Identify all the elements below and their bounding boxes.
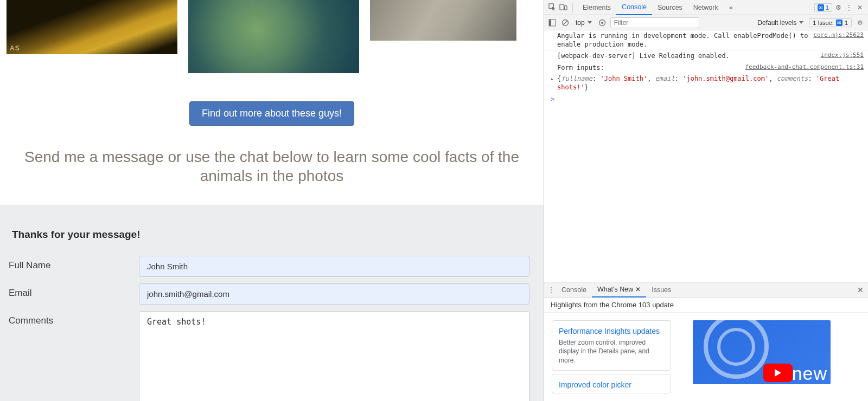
gallery-photo[interactable]	[188, 0, 359, 73]
comments-label: Comments	[9, 311, 139, 326]
context-label: top	[576, 19, 585, 27]
close-tab-icon[interactable]: ✕	[635, 286, 641, 293]
feedback-form: Thanks for your message! Full Name Email…	[0, 205, 544, 401]
chevron-down-icon	[799, 21, 803, 24]
svg-point-8	[601, 22, 603, 24]
log-message: [webpack-dev-server] Live Reloading enab…	[557, 51, 816, 60]
drawer-tab-whatsnew[interactable]: What's New ✕	[592, 282, 646, 297]
whatsnew-card[interactable]: Improved color picker	[552, 374, 671, 393]
gallery-photo[interactable]	[7, 0, 177, 54]
log-source-link[interactable]: index.js:551	[816, 51, 864, 60]
tab-sources[interactable]: Sources	[652, 0, 688, 15]
console-log-row[interactable]: Angular is running in development mode. …	[544, 30, 868, 50]
drawer-tab-console[interactable]: Console	[556, 282, 592, 297]
drawer-menu-icon[interactable]: ⋮	[546, 285, 556, 295]
thanks-message: Thanks for your message!	[12, 229, 535, 241]
issues-pill-label: 1 Issue:	[813, 20, 834, 26]
play-icon[interactable]	[763, 364, 793, 382]
app-page: Find out more about these guys! Send me …	[0, 0, 544, 401]
gallery-photo[interactable]	[370, 0, 516, 41]
filter-input[interactable]	[610, 17, 699, 28]
tabs-overflow-icon[interactable]: »	[724, 0, 738, 15]
issues-pill-count: 1	[845, 20, 848, 26]
drawer-tab-label: What's New	[597, 286, 633, 293]
log-levels-selector[interactable]: Default levels	[755, 19, 806, 27]
photo-gallery	[0, 0, 544, 73]
tab-elements[interactable]: Elements	[577, 0, 616, 15]
toolbar-separator	[572, 3, 573, 12]
kebab-menu-icon[interactable]: ⋮	[844, 3, 854, 12]
context-selector[interactable]: top	[573, 18, 594, 27]
clear-console-icon[interactable]	[560, 18, 570, 28]
card-title: Performance Insights updates	[559, 326, 664, 336]
card-description: Better zoom control, improved display in…	[559, 338, 664, 365]
issues-badge[interactable]: ✉ 1	[814, 3, 832, 12]
settings-icon[interactable]: ⚙	[833, 3, 843, 12]
console-object-row[interactable]: ▸ {fullname: 'John Smith', email: 'john.…	[544, 73, 868, 93]
comments-textarea[interactable]: Great shots!	[139, 311, 529, 401]
svg-rect-3	[549, 20, 556, 26]
console-log-row[interactable]: [webpack-dev-server] Live Reloading enab…	[544, 50, 868, 62]
svg-line-6	[563, 21, 567, 25]
fullname-label: Full Name	[9, 256, 139, 271]
svg-rect-4	[549, 20, 551, 26]
fullname-input[interactable]	[139, 256, 529, 277]
log-source-link[interactable]: feedback-and-chat.component.ts:31	[741, 63, 864, 72]
drawer-content: Performance Insights updates Better zoom…	[544, 313, 868, 401]
expand-caret-icon[interactable]: ▸	[551, 75, 554, 83]
promo-text: new	[792, 363, 827, 384]
device-toolbar-icon[interactable]	[558, 3, 568, 12]
close-icon[interactable]: ✕	[855, 3, 865, 12]
svg-rect-0	[548, 4, 553, 8]
inspect-element-icon[interactable]	[547, 3, 557, 12]
console-body[interactable]: Angular is running in development mode. …	[544, 30, 868, 282]
console-settings-icon[interactable]: ⚙	[855, 18, 865, 28]
console-prompt[interactable]: >	[544, 93, 868, 105]
object-dump: {fullname: 'John Smith', email: 'john.sm…	[557, 74, 864, 92]
log-levels-label: Default levels	[757, 19, 796, 27]
chat-icon: ✉	[836, 20, 843, 26]
drawer-tab-issues[interactable]: Issues	[646, 282, 676, 297]
log-message: Form inputs:	[557, 63, 741, 72]
email-input[interactable]	[139, 283, 529, 305]
whatsnew-video-promo[interactable]: new	[693, 320, 831, 384]
card-title: Improved color picker	[559, 380, 664, 390]
console-sidebar-toggle-icon[interactable]	[547, 18, 557, 28]
svg-rect-1	[559, 4, 564, 10]
tab-network[interactable]: Network	[688, 0, 724, 15]
section-title: Send me a message or use the chat below …	[14, 147, 529, 185]
log-message: Angular is running in development mode. …	[557, 31, 809, 49]
chat-icon: ✉	[818, 4, 824, 11]
svg-point-7	[599, 20, 605, 25]
tab-console[interactable]: Console	[616, 0, 652, 15]
promo-decoration	[717, 328, 755, 366]
email-label: Email	[9, 283, 139, 299]
drawer-subheading: Highlights from the Chrome 103 update	[544, 297, 868, 313]
drawer-close-icon[interactable]: ✕	[855, 286, 866, 294]
console-subtoolbar: top Default levels 1 Issue: ✉ 1 ⚙	[544, 15, 868, 30]
issues-count: 1	[826, 4, 829, 11]
drawer-tabs: ⋮ Console What's New ✕ Issues ✕	[544, 282, 868, 297]
svg-point-5	[563, 20, 569, 25]
log-source-link[interactable]: core.mjs:25623	[809, 31, 864, 49]
devtools-toolbar: Elements Console Sources Network » ✉ 1 ⚙…	[544, 0, 868, 15]
devtools-panel: Elements Console Sources Network » ✉ 1 ⚙…	[544, 0, 868, 401]
chevron-down-icon	[588, 21, 592, 24]
devtools-tabs: Elements Console Sources Network »	[577, 0, 738, 15]
issues-pill[interactable]: 1 Issue: ✉ 1	[809, 18, 852, 27]
devtools-drawer: ⋮ Console What's New ✕ Issues ✕ Highligh…	[544, 282, 868, 401]
live-expression-icon[interactable]	[597, 18, 607, 28]
cta-button[interactable]: Find out more about these guys!	[189, 101, 354, 126]
svg-rect-2	[564, 6, 567, 10]
console-log-row[interactable]: Form inputs: feedback-and-chat.component…	[544, 62, 868, 73]
whatsnew-card[interactable]: Performance Insights updates Better zoom…	[552, 320, 671, 371]
